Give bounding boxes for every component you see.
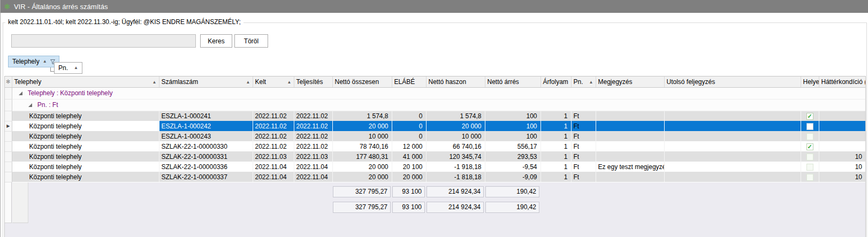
cell-kelt[interactable]: 2022.11.03 — [253, 151, 294, 162]
row-indicator-cell[interactable] — [5, 131, 12, 141]
cell-netto-osszesen[interactable]: 20 000 — [332, 121, 392, 131]
cell-kelt[interactable]: 2022.11.02 — [253, 121, 294, 131]
helye-checkbox[interactable] — [806, 123, 813, 130]
cell-teljesites[interactable]: 2022.11.04 — [294, 162, 332, 172]
cell-netto-arres[interactable]: 293,53 — [485, 151, 540, 162]
cell-netto-haszon[interactable]: 20 000 — [426, 121, 485, 131]
clear-button[interactable]: Töröl — [234, 34, 268, 48]
cell-helye-checked[interactable] — [801, 141, 819, 151]
column-header-telephely[interactable]: Telephely▲ — [12, 77, 159, 87]
cell-netto-osszesen[interactable]: 20 000 — [332, 162, 392, 172]
cell-utolso-feljegyzes[interactable] — [664, 151, 801, 162]
cell-netto-osszesen[interactable]: 1 574,8 — [332, 111, 392, 121]
cell-utolso-feljegyzes[interactable] — [664, 162, 801, 172]
cell-telephely[interactable]: Központi telephely — [12, 111, 159, 121]
sort-asc-icon[interactable]: ▲ — [74, 66, 78, 70]
cell-netto-arres[interactable]: -9,54 — [485, 162, 540, 172]
cell-telephely[interactable]: Központi telephely — [12, 162, 159, 172]
cell-megjegyzes[interactable] — [596, 172, 664, 182]
cell-hatterkondicio[interactable] — [819, 111, 866, 121]
cell-netto-haszon[interactable]: 10 000 — [426, 131, 485, 141]
cell-netto-arres[interactable]: 100 — [485, 111, 540, 121]
helye-checkbox[interactable] — [806, 174, 813, 181]
cell-pn[interactable]: Ft — [571, 151, 596, 162]
group-row-pn[interactable]: Pn. : Ft — [5, 99, 866, 111]
cell-kelt[interactable]: 2022.11.04 — [253, 172, 294, 182]
cell-hatterkondicio[interactable] — [819, 131, 866, 141]
cell-megjegyzes[interactable]: Ez egy teszt megjegyzés — [596, 162, 664, 172]
cell-helye-checked[interactable] — [801, 111, 819, 121]
cell-netto-arres[interactable]: 100 — [485, 121, 540, 131]
cell-utolso-feljegyzes[interactable] — [664, 121, 801, 131]
cell-elabe[interactable]: 41 000 — [392, 151, 426, 162]
table-row[interactable]: Központi telephelySZLAK-22-1-00000336202… — [5, 162, 866, 172]
cell-teljesites[interactable]: 2022.11.02 — [294, 111, 332, 121]
cell-kelt[interactable]: 2022.11.02 — [253, 141, 294, 151]
cell-megjegyzes[interactable] — [596, 141, 664, 151]
cell-netto-osszesen[interactable]: 20 000 — [332, 172, 392, 182]
cell-hatterkondicio[interactable] — [819, 141, 866, 151]
cell-helye-checked[interactable] — [801, 151, 819, 162]
cell-pn[interactable]: Ft — [571, 131, 596, 141]
cell-teljesites[interactable]: 2022.11.02 — [294, 131, 332, 141]
table-row[interactable]: Központi telephelySZLAK-22-1-00000330202… — [5, 141, 866, 151]
cell-teljesites[interactable]: 2022.11.02 — [294, 141, 332, 151]
group-expanded-icon[interactable] — [28, 103, 32, 107]
cell-utolso-feljegyzes[interactable] — [664, 111, 801, 121]
cell-arfolyam[interactable]: 1 — [540, 172, 571, 182]
window-titlebar[interactable]: ✻ VIR - Általános árrés számítás — [1, 0, 868, 13]
cell-helye-checked[interactable] — [801, 131, 819, 141]
cell-kelt[interactable]: 2022.11.02 — [253, 111, 294, 121]
row-indicator-cell[interactable] — [5, 111, 12, 121]
cell-netto-arres[interactable]: -9,09 — [485, 172, 540, 182]
cell-megjegyzes[interactable] — [596, 111, 664, 121]
cell-teljesites[interactable]: 2022.11.02 — [294, 121, 332, 131]
cell-netto-haszon[interactable]: -1 918,18 — [426, 162, 485, 172]
groupby-tag-telephely[interactable]: Telephely ▲ — [8, 56, 59, 67]
cell-szamlaszam[interactable]: ESZLA-1-000241 — [159, 111, 253, 121]
table-row[interactable]: Központi telephelyESZLA-1-0002412022.11.… — [5, 111, 866, 121]
table-row[interactable]: Központi telephelySZLAK-22-1-00000337202… — [5, 172, 866, 182]
cell-arfolyam[interactable]: 1 — [540, 121, 571, 131]
row-indicator-cell[interactable] — [5, 141, 12, 151]
cell-elabe[interactable]: 12 000 — [392, 141, 426, 151]
cell-teljesites[interactable]: 2022.11.04 — [294, 172, 332, 182]
cell-netto-osszesen[interactable]: 78 740,16 — [332, 141, 392, 151]
row-indicator-cell[interactable]: ▶ — [5, 121, 12, 131]
cell-telephely[interactable]: Központi telephely — [12, 151, 159, 162]
cell-hatterkondicio[interactable]: 10 — [819, 172, 866, 182]
column-header-kelt[interactable]: Kelt▲ — [253, 77, 294, 87]
table-row[interactable]: Központi telephelyESZLA-1-0002432022.11.… — [5, 131, 866, 141]
column-header-arfolyam[interactable]: Árfolyam — [540, 77, 571, 87]
groupby-tag-pn[interactable]: Pn. ▲ — [54, 62, 82, 74]
cell-helye-checked[interactable] — [801, 162, 819, 172]
column-header-elabe[interactable]: ELÁBÉ — [392, 77, 426, 87]
cell-netto-arres[interactable]: 100 — [485, 131, 540, 141]
cell-telephely[interactable]: Központi telephely — [12, 121, 159, 131]
table-row[interactable]: ▶Központi telephelyESZLA-1-0002422022.11… — [5, 121, 866, 131]
column-header-szamlaszam[interactable]: Számlaszám▲ — [159, 77, 253, 87]
row-indicator-header-icon[interactable]: ✻ — [5, 77, 12, 87]
cell-szamlaszam[interactable]: SZLAK-22-1-00000336 — [159, 162, 253, 172]
cell-teljesites[interactable]: 2022.11.03 — [294, 151, 332, 162]
cell-netto-osszesen[interactable]: 10 000 — [332, 131, 392, 141]
cell-arfolyam[interactable]: 1 — [540, 151, 571, 162]
column-header-helye[interactable]: Helye — [801, 77, 819, 87]
cell-utolso-feljegyzes[interactable] — [664, 172, 801, 182]
cell-pn[interactable]: Ft — [571, 172, 596, 182]
search-input[interactable] — [11, 34, 196, 48]
cell-helye-checked[interactable] — [801, 172, 819, 182]
column-header-teljesites[interactable]: Teljesítés — [294, 77, 332, 87]
search-button[interactable]: Keres — [200, 34, 232, 48]
cell-szamlaszam[interactable]: ESZLA-1-000243 — [159, 131, 253, 141]
cell-pn[interactable]: Ft — [571, 162, 596, 172]
helye-checkbox[interactable] — [806, 143, 813, 150]
cell-netto-osszesen[interactable]: 177 480,31 — [332, 151, 392, 162]
sort-asc-icon[interactable]: ▲ — [43, 59, 47, 64]
column-header-netto-osszesen[interactable]: Nettó összesen — [332, 77, 392, 87]
column-header-utolso-feljegyzes[interactable]: Utolsó feljegyzés — [664, 77, 801, 87]
cell-pn[interactable]: Ft — [571, 141, 596, 151]
cell-szamlaszam[interactable]: SZLAK-22-1-00000337 — [159, 172, 253, 182]
helye-checkbox[interactable] — [806, 164, 813, 171]
cell-arfolyam[interactable]: 1 — [540, 141, 571, 151]
